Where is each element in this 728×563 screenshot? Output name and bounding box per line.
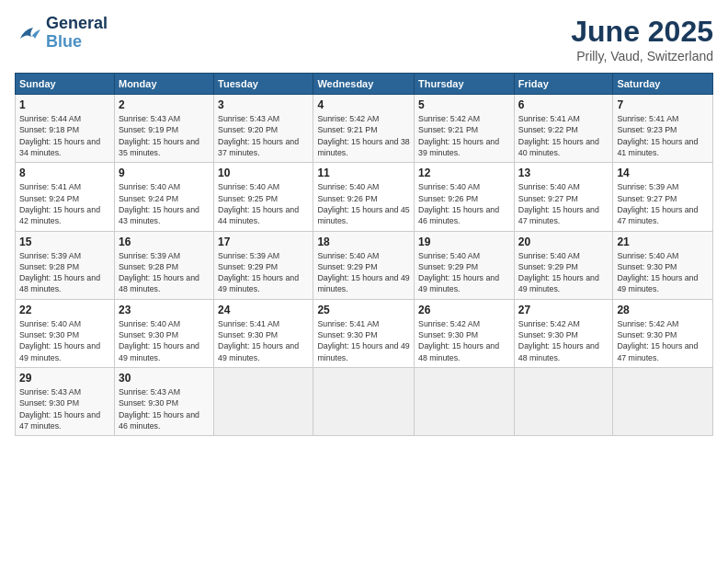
day-info: Sunrise: 5:44 AMSunset: 9:18 PMDaylight:… bbox=[19, 113, 110, 158]
calendar-cell: 26Sunrise: 5:42 AMSunset: 9:30 PMDayligh… bbox=[415, 299, 515, 367]
day-info: Sunrise: 5:39 AMSunset: 9:27 PMDaylight:… bbox=[617, 181, 709, 226]
calendar-week-3: 15Sunrise: 5:39 AMSunset: 9:28 PMDayligh… bbox=[16, 231, 713, 299]
day-number: 30 bbox=[119, 372, 210, 385]
day-info: Sunrise: 5:41 AMSunset: 9:30 PMDaylight:… bbox=[218, 318, 309, 363]
month-title: June 2025 bbox=[571, 15, 713, 49]
day-info: Sunrise: 5:39 AMSunset: 9:29 PMDaylight:… bbox=[218, 250, 309, 295]
calendar-cell: 23Sunrise: 5:40 AMSunset: 9:30 PMDayligh… bbox=[114, 299, 213, 367]
calendar-cell: 11Sunrise: 5:40 AMSunset: 9:26 PMDayligh… bbox=[313, 163, 415, 231]
calendar-cell: 24Sunrise: 5:41 AMSunset: 9:30 PMDayligh… bbox=[214, 299, 313, 367]
calendar-week-5: 29Sunrise: 5:43 AMSunset: 9:30 PMDayligh… bbox=[16, 368, 713, 436]
calendar-cell: 3Sunrise: 5:43 AMSunset: 9:20 PMDaylight… bbox=[214, 95, 313, 163]
day-number: 17 bbox=[218, 236, 309, 248]
day-number: 3 bbox=[218, 98, 309, 111]
weekday-header-monday: Monday bbox=[114, 74, 213, 95]
day-number: 13 bbox=[518, 167, 609, 179]
day-number: 27 bbox=[518, 304, 609, 316]
day-info: Sunrise: 5:41 AMSunset: 9:30 PMDaylight:… bbox=[317, 318, 410, 363]
day-number: 9 bbox=[119, 167, 210, 179]
day-number: 21 bbox=[617, 236, 709, 248]
calendar-page: General Blue June 2025 Prilly, Vaud, Swi… bbox=[0, 0, 728, 563]
day-number: 28 bbox=[617, 304, 709, 316]
calendar-cell: 9Sunrise: 5:40 AMSunset: 9:24 PMDaylight… bbox=[114, 163, 213, 231]
day-info: Sunrise: 5:43 AMSunset: 9:30 PMDaylight:… bbox=[119, 386, 210, 431]
day-info: Sunrise: 5:40 AMSunset: 9:29 PMDaylight:… bbox=[317, 250, 410, 295]
day-info: Sunrise: 5:40 AMSunset: 9:29 PMDaylight:… bbox=[518, 250, 609, 295]
logo-text: General Blue bbox=[46, 15, 108, 52]
calendar-cell: 17Sunrise: 5:39 AMSunset: 9:29 PMDayligh… bbox=[214, 231, 313, 299]
calendar-body: 1Sunrise: 5:44 AMSunset: 9:18 PMDaylight… bbox=[16, 95, 713, 436]
calendar-cell: 29Sunrise: 5:43 AMSunset: 9:30 PMDayligh… bbox=[16, 368, 115, 436]
calendar-cell: 7Sunrise: 5:41 AMSunset: 9:23 PMDaylight… bbox=[613, 95, 713, 163]
calendar-cell bbox=[514, 368, 613, 436]
day-number: 15 bbox=[19, 236, 110, 248]
location-subtitle: Prilly, Vaud, Switzerland bbox=[571, 49, 713, 63]
weekday-header-saturday: Saturday bbox=[613, 74, 713, 95]
day-number: 14 bbox=[617, 167, 709, 179]
day-number: 18 bbox=[317, 236, 410, 248]
day-number: 23 bbox=[119, 304, 210, 316]
day-number: 19 bbox=[418, 236, 510, 248]
day-info: Sunrise: 5:40 AMSunset: 9:26 PMDaylight:… bbox=[317, 181, 410, 226]
day-info: Sunrise: 5:41 AMSunset: 9:22 PMDaylight:… bbox=[518, 113, 609, 158]
calendar-cell: 18Sunrise: 5:40 AMSunset: 9:29 PMDayligh… bbox=[313, 231, 415, 299]
calendar-cell: 14Sunrise: 5:39 AMSunset: 9:27 PMDayligh… bbox=[613, 163, 713, 231]
day-number: 10 bbox=[218, 167, 309, 179]
calendar-cell: 20Sunrise: 5:40 AMSunset: 9:29 PMDayligh… bbox=[514, 231, 613, 299]
day-number: 20 bbox=[518, 236, 609, 248]
calendar-week-4: 22Sunrise: 5:40 AMSunset: 9:30 PMDayligh… bbox=[16, 299, 713, 367]
day-number: 22 bbox=[19, 304, 110, 316]
day-number: 26 bbox=[418, 304, 510, 316]
day-number: 24 bbox=[218, 304, 309, 316]
day-number: 1 bbox=[19, 98, 110, 111]
logo-icon bbox=[15, 22, 42, 44]
weekday-row: SundayMondayTuesdayWednesdayThursdayFrid… bbox=[16, 74, 713, 95]
calendar-cell: 4Sunrise: 5:42 AMSunset: 9:21 PMDaylight… bbox=[313, 95, 415, 163]
calendar-cell: 5Sunrise: 5:42 AMSunset: 9:21 PMDaylight… bbox=[415, 95, 515, 163]
page-header: General Blue June 2025 Prilly, Vaud, Swi… bbox=[15, 15, 713, 63]
day-number: 12 bbox=[418, 167, 510, 179]
day-info: Sunrise: 5:42 AMSunset: 9:30 PMDaylight:… bbox=[518, 318, 609, 363]
day-info: Sunrise: 5:40 AMSunset: 9:30 PMDaylight:… bbox=[119, 318, 210, 363]
day-info: Sunrise: 5:40 AMSunset: 9:25 PMDaylight:… bbox=[218, 181, 309, 226]
day-number: 5 bbox=[418, 98, 510, 111]
title-block: June 2025 Prilly, Vaud, Switzerland bbox=[571, 15, 713, 63]
calendar-cell: 12Sunrise: 5:40 AMSunset: 9:26 PMDayligh… bbox=[415, 163, 515, 231]
calendar-cell: 25Sunrise: 5:41 AMSunset: 9:30 PMDayligh… bbox=[313, 299, 415, 367]
logo-line1: General bbox=[46, 15, 108, 33]
calendar-cell: 10Sunrise: 5:40 AMSunset: 9:25 PMDayligh… bbox=[214, 163, 313, 231]
day-number: 4 bbox=[317, 98, 410, 111]
calendar-cell: 2Sunrise: 5:43 AMSunset: 9:19 PMDaylight… bbox=[114, 95, 213, 163]
calendar-week-1: 1Sunrise: 5:44 AMSunset: 9:18 PMDaylight… bbox=[16, 95, 713, 163]
day-info: Sunrise: 5:43 AMSunset: 9:30 PMDaylight:… bbox=[19, 386, 110, 431]
calendar-cell: 28Sunrise: 5:42 AMSunset: 9:30 PMDayligh… bbox=[613, 299, 713, 367]
calendar-cell: 27Sunrise: 5:42 AMSunset: 9:30 PMDayligh… bbox=[514, 299, 613, 367]
calendar-cell: 21Sunrise: 5:40 AMSunset: 9:30 PMDayligh… bbox=[613, 231, 713, 299]
calendar-cell: 8Sunrise: 5:41 AMSunset: 9:24 PMDaylight… bbox=[16, 163, 115, 231]
calendar-cell: 15Sunrise: 5:39 AMSunset: 9:28 PMDayligh… bbox=[16, 231, 115, 299]
calendar-cell: 6Sunrise: 5:41 AMSunset: 9:22 PMDaylight… bbox=[514, 95, 613, 163]
logo: General Blue bbox=[15, 15, 108, 52]
day-info: Sunrise: 5:39 AMSunset: 9:28 PMDaylight:… bbox=[119, 250, 210, 295]
weekday-header-sunday: Sunday bbox=[16, 74, 115, 95]
calendar-cell bbox=[313, 368, 415, 436]
day-number: 6 bbox=[518, 98, 609, 111]
day-info: Sunrise: 5:39 AMSunset: 9:28 PMDaylight:… bbox=[19, 250, 110, 295]
day-info: Sunrise: 5:42 AMSunset: 9:21 PMDaylight:… bbox=[418, 113, 510, 158]
calendar-cell: 22Sunrise: 5:40 AMSunset: 9:30 PMDayligh… bbox=[16, 299, 115, 367]
day-info: Sunrise: 5:42 AMSunset: 9:30 PMDaylight:… bbox=[418, 318, 510, 363]
day-number: 7 bbox=[617, 98, 709, 111]
calendar-cell bbox=[613, 368, 713, 436]
day-info: Sunrise: 5:43 AMSunset: 9:20 PMDaylight:… bbox=[218, 113, 309, 158]
calendar-cell bbox=[415, 368, 515, 436]
day-info: Sunrise: 5:40 AMSunset: 9:30 PMDaylight:… bbox=[19, 318, 110, 363]
calendar-cell: 1Sunrise: 5:44 AMSunset: 9:18 PMDaylight… bbox=[16, 95, 115, 163]
day-info: Sunrise: 5:42 AMSunset: 9:30 PMDaylight:… bbox=[617, 318, 709, 363]
day-number: 29 bbox=[19, 372, 110, 385]
calendar-cell bbox=[214, 368, 313, 436]
day-info: Sunrise: 5:41 AMSunset: 9:24 PMDaylight:… bbox=[19, 181, 110, 226]
day-info: Sunrise: 5:40 AMSunset: 9:24 PMDaylight:… bbox=[119, 181, 210, 226]
day-info: Sunrise: 5:40 AMSunset: 9:27 PMDaylight:… bbox=[518, 181, 609, 226]
weekday-header-friday: Friday bbox=[514, 74, 613, 95]
day-info: Sunrise: 5:43 AMSunset: 9:19 PMDaylight:… bbox=[119, 113, 210, 158]
